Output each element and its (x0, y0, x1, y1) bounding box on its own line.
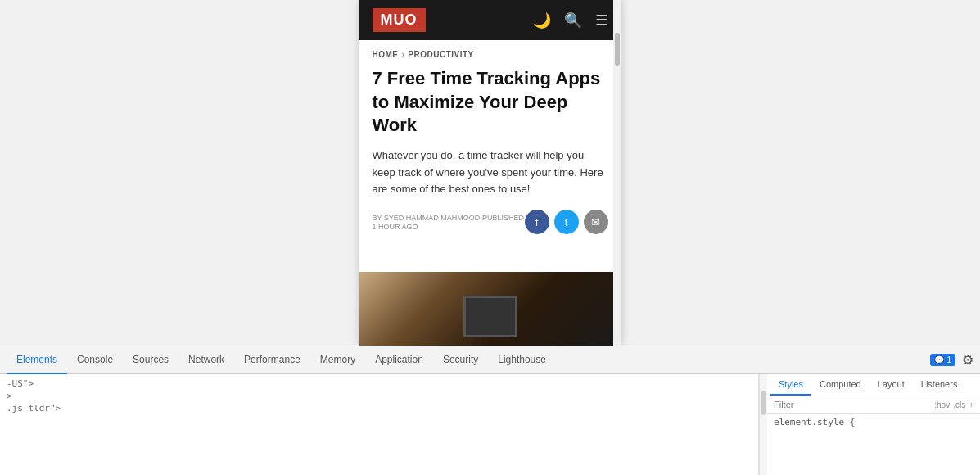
devtools-tab-memory[interactable]: Memory (310, 346, 365, 374)
settings-icon[interactable]: ⚙ (962, 352, 973, 368)
badge-icon: 💬 (934, 355, 944, 364)
add-style[interactable]: + (969, 400, 973, 409)
styles-filter-actions: :hov .cls + (934, 400, 973, 409)
html-line-2: > (0, 390, 758, 402)
social-icons: f t ✉ (525, 210, 608, 234)
styles-panel: Styles Computed Layout Listeners :hov .c… (767, 374, 980, 475)
devtools-tab-application[interactable]: Application (365, 346, 433, 374)
styles-tab-listeners[interactable]: Listeners (913, 374, 966, 396)
devtools-tab-console[interactable]: Console (67, 346, 123, 374)
scroll-thumb (615, 33, 620, 66)
breadcrumb-category[interactable]: PRODUCTIVITY (408, 50, 473, 59)
styles-tab-layout[interactable]: Layout (869, 374, 913, 396)
left-background (0, 0, 359, 346)
styles-tabs: Styles Computed Layout Listeners (767, 374, 980, 396)
scroll-indicator[interactable] (613, 0, 621, 346)
right-background (621, 0, 981, 346)
menu-icon[interactable]: ☰ (595, 11, 608, 29)
site-logo[interactable]: MUO (373, 8, 426, 32)
email-share-button[interactable]: ✉ (584, 210, 608, 234)
page-preview: MUO 🌙 🔍 ☰ HOME › PRODUCTIVITY 7 Free Tim… (359, 0, 621, 346)
article-hero-image (359, 272, 621, 346)
site-header: MUO 🌙 🔍 ☰ (359, 0, 621, 40)
styles-filter-bar: :hov .cls + (767, 396, 980, 414)
facebook-share-button[interactable]: f (525, 210, 549, 234)
devtools-body: -US"> > .js-tldr"> Styles Computed Layou… (0, 374, 980, 475)
hov-filter[interactable]: :hov (934, 400, 950, 409)
html-scroll-thumb (761, 391, 766, 415)
devtools-tab-sources[interactable]: Sources (123, 346, 178, 374)
devtools-toolbar-right: 💬 1 ⚙ (930, 352, 973, 368)
author-by-label: BY SYED HAMMAD MAHMOOD (373, 214, 482, 222)
article-author: BY SYED HAMMAD MAHMOOD PUBLISHED 1 HOUR … (373, 213, 525, 231)
html-panel-scrollbar[interactable] (759, 374, 767, 475)
site-header-icons: 🌙 🔍 ☰ (533, 11, 608, 29)
article-meta: BY SYED HAMMAD MAHMOOD PUBLISHED 1 HOUR … (373, 210, 608, 234)
devtools-tab-network[interactable]: Network (178, 346, 234, 374)
element-style-label: element.style { (774, 417, 855, 428)
breadcrumb-home[interactable]: HOME (373, 50, 399, 59)
article-title: 7 Free Time Tracking Apps to Maximize Yo… (373, 67, 608, 138)
styles-tab-styles[interactable]: Styles (770, 374, 811, 396)
cls-filter[interactable]: .cls (953, 400, 965, 409)
published-time: 1 HOUR AGO (373, 223, 418, 231)
styles-content: element.style { (767, 414, 980, 431)
devtools-tab-security[interactable]: Security (433, 346, 488, 374)
author-name: SYED HAMMAD MAHMOOD (384, 214, 481, 222)
styles-filter-input[interactable] (774, 400, 929, 409)
html-line-3: .js-tldr"> (0, 402, 758, 414)
breadcrumb-separator: › (402, 50, 405, 59)
badge-count: 1 (946, 355, 951, 364)
devtools-badge: 💬 1 (930, 354, 955, 366)
devtools-tab-performance[interactable]: Performance (234, 346, 310, 374)
search-icon[interactable]: 🔍 (564, 11, 582, 29)
devtools-toolbar: Elements Console Sources Network Perform… (0, 346, 980, 374)
html-line-1: -US"> (0, 378, 758, 390)
twitter-share-button[interactable]: t (554, 210, 579, 234)
devtools-tab-lighthouse[interactable]: Lighthouse (488, 346, 556, 374)
resize-handle[interactable] (474, 341, 507, 346)
breadcrumb: HOME › PRODUCTIVITY (373, 50, 608, 59)
article-description: Whatever you do, a time tracker will hel… (373, 147, 608, 198)
dark-mode-icon[interactable]: 🌙 (533, 11, 551, 29)
devtools-panel: Elements Console Sources Network Perform… (0, 346, 980, 475)
devtools-tab-elements[interactable]: Elements (7, 346, 67, 374)
article-content: HOME › PRODUCTIVITY 7 Free Time Tracking… (359, 40, 621, 272)
html-panel: -US"> > .js-tldr"> (0, 374, 759, 475)
styles-tab-computed[interactable]: Computed (811, 374, 869, 396)
